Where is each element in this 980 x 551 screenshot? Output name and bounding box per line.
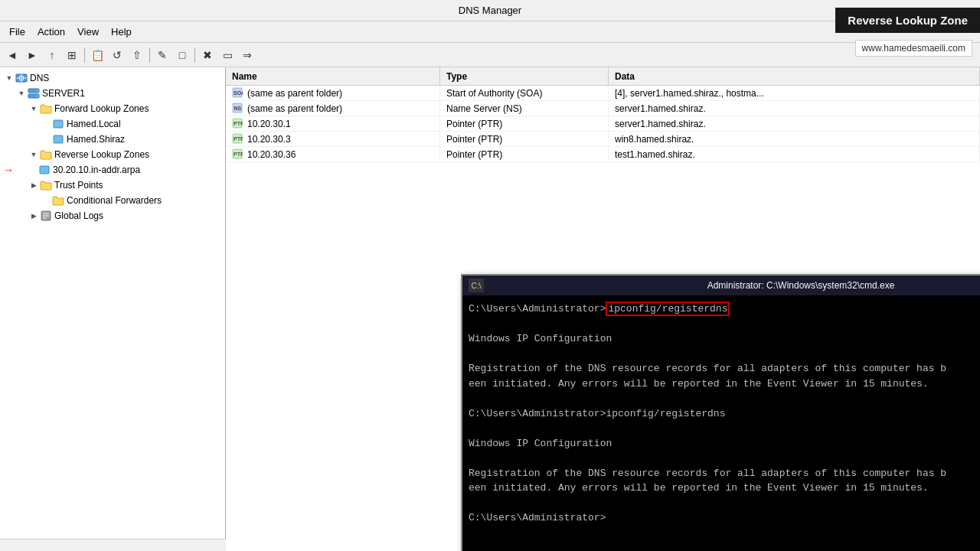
svg-rect-10 — [40, 166, 49, 174]
new-record-button[interactable]: □ — [173, 46, 191, 64]
new-zone-button[interactable]: ✎ — [153, 46, 172, 64]
hamed-local-label: Hamed.Local — [67, 119, 121, 129]
cmd-line-5: Registration of the DNS resource records… — [469, 361, 980, 377]
conditional-label: Conditional Forwarders — [67, 195, 162, 206]
expander-reverse[interactable]: ▼ — [28, 148, 40, 161]
dns-label: DNS — [30, 73, 49, 83]
cmd-line-8: C:\Users\Administrator>ipconfig/register… — [469, 406, 980, 422]
tree-item-server1[interactable]: ▼ SERVER1 — [0, 86, 225, 101]
tree-item-dns[interactable]: ▼ DNS — [0, 70, 225, 86]
menu-view[interactable]: View — [71, 24, 105, 39]
tree-item-reverse-zones[interactable]: ▼ Reverse Lookup Zones — [0, 147, 225, 162]
folder-reverse-icon — [40, 148, 52, 161]
cell-type-1: Name Server (NS) — [440, 101, 609, 116]
expander-server1[interactable]: ▼ — [15, 87, 28, 99]
tree-item-trust-points[interactable]: ▶ Trust Points — [0, 178, 225, 193]
title-bar: DNS Manager — [0, 0, 980, 21]
cmd-line-blank4 — [469, 421, 980, 436]
zone-shiraz-icon — [52, 133, 64, 145]
reverse-zones-label: Reverse Lookup Zones — [54, 149, 149, 160]
export-button[interactable]: ⇧ — [128, 46, 146, 64]
up-button[interactable]: ↑ — [43, 46, 61, 64]
rename-button[interactable]: ▭ — [218, 46, 237, 64]
folder-trust-icon — [40, 179, 52, 191]
cmd-line-3: Windows IP Configuration — [469, 331, 980, 347]
cell-data-1: server1.hamed.shiraz. — [609, 101, 980, 116]
cmd-line-13: een initiated. Any errors will be report… — [469, 481, 980, 496]
col-header-data[interactable]: Data — [609, 67, 980, 85]
back-button[interactable]: ◄ — [3, 46, 21, 64]
col-header-name[interactable]: Name — [226, 67, 440, 85]
folder-forward-icon — [40, 103, 52, 115]
soa-icon: SOA — [232, 87, 244, 99]
move-button[interactable]: ⇒ — [238, 46, 256, 64]
cell-type-4: Pointer (PTR) — [440, 147, 609, 161]
cmd-command-highlighted: ipconfig/registerdns — [606, 302, 730, 316]
svg-text:PTR: PTR — [234, 152, 243, 157]
horizontal-scrollbar[interactable] — [0, 539, 226, 551]
ptr1-icon: PTR — [232, 118, 244, 130]
show-tree-button[interactable]: ⊞ — [63, 46, 81, 64]
tooltip-banner: Reverse Lookup Zone — [835, 8, 980, 33]
server-icon — [28, 87, 40, 99]
cell-data-2: server1.hamed.shiraz. — [609, 116, 980, 131]
cell-data-3: win8.hamed.shiraz. — [609, 132, 980, 146]
table-row[interactable]: PTR 10.20.30.36 Pointer (PTR) test1.hame… — [226, 147, 980, 162]
tooltip-text: Reverse Lookup Zone — [848, 14, 968, 27]
forward-button[interactable]: ► — [23, 46, 41, 64]
expander-conditional[interactable]: ▶ — [40, 194, 52, 207]
expander-global-logs[interactable]: ▶ — [28, 210, 40, 222]
cmd-window[interactable]: C:\ Administrator: C:\Windows\system32\c… — [461, 274, 980, 551]
menu-action[interactable]: Action — [31, 24, 71, 39]
menu-help[interactable]: Help — [105, 24, 138, 39]
cmd-line-blank6 — [469, 496, 980, 511]
cmd-line-10: Windows IP Configuration — [469, 436, 980, 452]
expander-arpa[interactable]: ▶ — [26, 164, 38, 176]
ptr3-icon: PTR — [232, 148, 244, 161]
tree-item-forward-zones[interactable]: ▼ Forward Lookup Zones — [0, 101, 225, 116]
tree-item-conditional[interactable]: ▶ Conditional Forwarders — [0, 193, 225, 208]
cmd-line-15: C:\Users\Administrator> — [469, 510, 980, 526]
global-logs-icon — [40, 210, 52, 222]
table-row[interactable]: SOA (same as parent folder) Start of Aut… — [226, 86, 980, 101]
cell-name-2: PTR 10.20.30.1 — [226, 116, 440, 131]
expander-forward[interactable]: ▼ — [28, 103, 40, 115]
svg-text:SOA: SOA — [234, 90, 243, 96]
cmd-body[interactable]: C:\Users\Administrator>ipconfig/register… — [462, 295, 980, 551]
cmd-line-blank7 — [469, 526, 980, 541]
expander-trust[interactable]: ▶ — [28, 179, 40, 191]
cmd-line-blank1 — [469, 317, 980, 332]
tree-item-global-logs[interactable]: ▶ Global Logs — [0, 208, 225, 223]
separator-3 — [194, 47, 195, 63]
cell-type-0: Start of Authority (SOA) — [440, 86, 609, 100]
details-header: Name Type Data — [226, 67, 980, 86]
table-row[interactable]: NS (same as parent folder) Name Server (… — [226, 101, 980, 116]
zone-local-icon — [52, 118, 64, 130]
delete-button[interactable]: ✖ — [198, 46, 217, 64]
menu-file[interactable]: File — [3, 24, 31, 39]
cell-name-0: SOA (same as parent folder) — [226, 86, 440, 100]
expander-dns[interactable]: ▼ — [3, 72, 15, 84]
table-row[interactable]: PTR 10.20.30.1 Pointer (PTR) server1.ham… — [226, 116, 980, 132]
cmd-line-blank2 — [469, 347, 980, 362]
svg-text:NS: NS — [234, 106, 242, 111]
col-header-type[interactable]: Type — [440, 67, 609, 85]
website-banner: www.hamedesmaeili.com — [855, 40, 972, 57]
tree-panel: ▼ DNS ▼ SERVER1 ▼ Forward Lookup Zones — [0, 67, 226, 551]
table-row[interactable]: PTR 10.20.30.3 Pointer (PTR) win8.hamed.… — [226, 132, 980, 147]
tree-item-arpa[interactable]: → ▶ 30.20.10.in-addr.arpa — [0, 162, 225, 178]
refresh-button[interactable]: ↺ — [108, 46, 126, 64]
forward-zones-label: Forward Lookup Zones — [54, 103, 149, 114]
properties-button[interactable]: 📋 — [88, 46, 106, 64]
svg-text:PTR: PTR — [234, 121, 243, 126]
tree-item-hamed-shiraz[interactable]: ▶ Hamed.Shiraz — [0, 132, 225, 147]
main-content: ▼ DNS ▼ SERVER1 ▼ Forward Lookup Zones — [0, 67, 980, 551]
expander-hamed-shiraz[interactable]: ▶ — [40, 133, 52, 145]
cmd-line-blank5 — [469, 451, 980, 466]
expander-hamed-local[interactable]: ▶ — [40, 118, 52, 130]
separator-1 — [84, 47, 85, 63]
ptr2-icon: PTR — [232, 133, 244, 145]
svg-text:PTR: PTR — [234, 136, 243, 142]
arpa-label: 30.20.10.in-addr.arpa — [53, 165, 140, 175]
tree-item-hamed-local[interactable]: ▶ Hamed.Local — [0, 116, 225, 132]
